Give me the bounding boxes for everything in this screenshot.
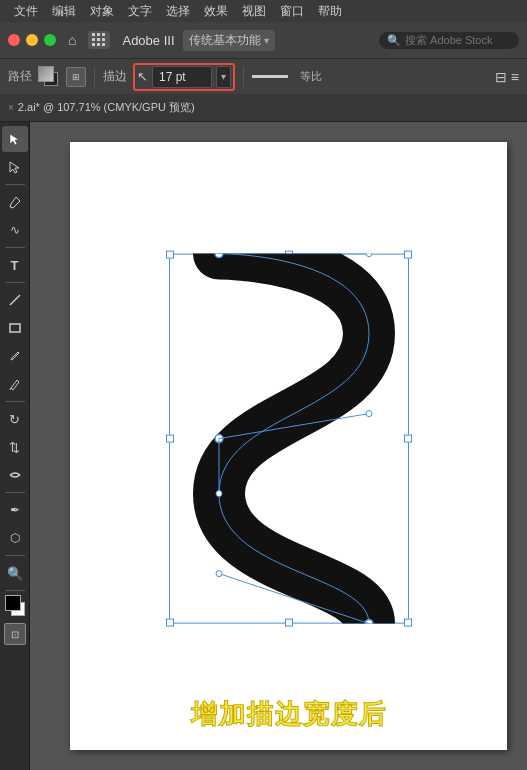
stroke-color-selector[interactable] [38,66,60,88]
tool-separator-5 [5,492,25,493]
menu-text[interactable]: 文字 [122,1,158,22]
svg-line-2 [16,197,20,201]
tool-reflect[interactable]: ⇅ [2,434,28,460]
rectangle-tool-icon [8,321,22,335]
toolbar-separator-2 [243,67,244,87]
workspace-name[interactable]: 传统基本功能 ▾ [183,30,275,51]
tool-width[interactable] [2,462,28,488]
pencil-icon [8,377,22,391]
tool-type[interactable]: T [2,252,28,278]
svg-marker-0 [10,134,19,145]
tool-eyedropper[interactable]: ✒ [2,497,28,523]
workspace-chevron-icon: ▾ [264,35,269,46]
color-pair[interactable] [3,595,27,619]
workspace-name-label: 传统基本功能 [189,32,261,49]
path-label: 路径 [8,68,32,85]
reflect-icon: ⇅ [9,440,20,455]
tool-separator-2 [5,247,25,248]
menu-window[interactable]: 窗口 [274,1,310,22]
stroke-options-icon: ⊞ [72,72,80,82]
equal-ratio-label: 等比 [300,69,322,84]
menu-select[interactable]: 选择 [160,1,196,22]
stroke-label: 描边 [103,68,127,85]
menu-view[interactable]: 视图 [236,1,272,22]
rotate-icon: ↻ [9,412,20,427]
svg-rect-4 [10,324,20,332]
stroke-options-button[interactable]: ⊞ [66,67,86,87]
tab-bar: × 2.ai* @ 107.71% (CMYK/GPU 预览) [0,94,527,122]
menu-bar: 文件 编辑 对象 文字 选择 效果 视图 窗口 帮助 [0,0,527,22]
menu-object[interactable]: 对象 [84,1,120,22]
svg-point-6 [215,254,223,258]
tool-line[interactable] [2,287,28,313]
tool-paintbrush[interactable] [2,343,28,369]
paintbrush-icon [8,349,22,363]
tool-rectangle[interactable] [2,315,28,341]
foreground-color[interactable] [5,595,21,611]
stroke-width-highlight: ↖ 17 pt ▾ [133,63,235,91]
workspace-grid-button[interactable] [88,31,110,49]
stroke-unit-chevron-icon: ▾ [221,71,226,82]
canvas-area[interactable]: 增加描边宽度后 [30,122,527,770]
tool-curvature[interactable]: ∿ [2,217,28,243]
tool-separator-7 [5,590,25,591]
width-tool-icon [8,468,22,482]
curvature-icon: ∿ [10,223,20,237]
close-button[interactable] [8,34,20,46]
pen-tool-icon [8,195,22,209]
tool-pen[interactable] [2,189,28,215]
tool-paintbucket[interactable]: ⬡ [2,525,28,551]
title-bar: ⌂ Adobe III 传统基本功能 ▾ 🔍 [0,22,527,58]
svg-point-16 [216,571,222,577]
tool-zoom[interactable]: 🔍 [2,560,28,586]
selection-tool-icon [8,132,22,146]
tool-direct-selection[interactable] [2,154,28,180]
toolbar-separator-1 [94,67,95,87]
svg-point-12 [366,411,372,417]
svg-point-14 [216,491,222,497]
maximize-button[interactable] [44,34,56,46]
stroke-width-value: 17 pt [159,70,186,84]
paintbucket-icon: ⬡ [10,531,20,545]
eyedropper-icon: ✒ [10,503,20,517]
toolbar: 路径 ⊞ 描边 ↖ 17 pt ▾ 等比 ⊟ ≡ [0,58,527,94]
stroke-width-input[interactable]: 17 pt [152,66,212,88]
shape-svg [169,254,409,624]
menu-file[interactable]: 文件 [8,1,44,22]
grid-icon [92,33,106,47]
home-icon[interactable]: ⌂ [68,32,76,48]
swap-stroke-fill-button[interactable]: ⊡ [4,623,26,645]
menu-help[interactable]: 帮助 [312,1,348,22]
tool-rotate[interactable]: ↻ [2,406,28,432]
left-toolbar: ∿ T [0,122,30,770]
type-icon: T [11,258,19,273]
align-menu-icon[interactable]: ≡ [511,69,519,85]
direct-selection-icon [8,160,22,174]
line-tool-icon [8,293,22,307]
svg-point-10 [366,254,372,257]
tool-separator-6 [5,555,25,556]
menu-edit[interactable]: 编辑 [46,1,82,22]
tab-close-button[interactable]: × [8,102,14,113]
search-icon: 🔍 [387,34,401,47]
swap-icon: ⊡ [11,629,19,640]
canvas-document: 增加描边宽度后 [70,142,507,750]
menu-effect[interactable]: 效果 [198,1,234,22]
tool-separator-3 [5,282,25,283]
cursor-icon: ↖ [137,69,148,84]
stroke-line-preview [252,66,292,88]
main-layout: ∿ T [0,122,527,770]
align-left-icon[interactable]: ⊟ [495,69,507,85]
search-input[interactable] [405,34,511,46]
tool-pencil[interactable] [2,371,28,397]
tool-selection[interactable] [2,126,28,152]
zoom-icon: 🔍 [7,566,23,581]
svg-line-3 [10,295,20,305]
shape-container [169,254,409,624]
adobe-label: Adobe III [122,33,174,48]
search-bar[interactable]: 🔍 [379,32,519,49]
stroke-unit-dropdown[interactable]: ▾ [216,66,231,88]
traffic-lights [8,34,56,46]
svg-marker-1 [10,162,19,173]
minimize-button[interactable] [26,34,38,46]
